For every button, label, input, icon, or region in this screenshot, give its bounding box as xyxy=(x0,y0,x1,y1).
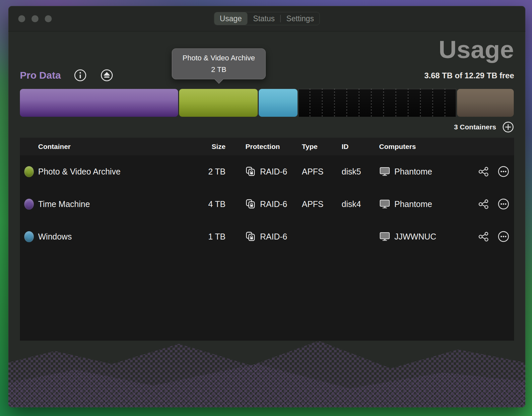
bar-segment-free-space[interactable] xyxy=(299,89,456,117)
tab-usage[interactable]: Usage xyxy=(214,12,247,25)
traffic-lights xyxy=(18,15,52,22)
containers-count: 3 Containers xyxy=(454,123,496,131)
free-space-summary: 3.68 TB of 12.29 TB free xyxy=(424,71,514,80)
container-name: Time Machine xyxy=(38,199,191,209)
view-switcher: Usage Status Settings xyxy=(214,12,320,25)
share-button[interactable] xyxy=(478,231,490,243)
tooltip-size: 2 TB xyxy=(211,65,226,74)
close-window-button[interactable] xyxy=(18,15,25,22)
table-row-photo-video-archive[interactable]: Photo & Video Archive 2 TB RAID-6 APFS d… xyxy=(20,155,514,188)
container-type: APFS xyxy=(302,199,342,209)
raid-lock-icon xyxy=(245,166,256,177)
zoom-window-button[interactable] xyxy=(45,15,52,22)
container-type: APFS xyxy=(302,167,342,176)
container-id: disk5 xyxy=(342,167,379,176)
info-icon xyxy=(74,69,87,82)
container-name: Photo & Video Archive xyxy=(38,167,191,176)
container-color-dot xyxy=(24,231,34,242)
col-computers: Computers xyxy=(379,143,464,151)
add-container-button[interactable] xyxy=(502,121,514,133)
col-type: Type xyxy=(302,143,342,151)
ellipsis-icon xyxy=(498,198,509,210)
volume-row: Pro Data xyxy=(20,68,126,83)
monitor-icon xyxy=(379,167,390,176)
ellipsis-icon xyxy=(498,231,509,243)
share-icon xyxy=(478,231,490,243)
container-size: 4 TB xyxy=(191,199,226,209)
page-title: Usage xyxy=(438,35,514,64)
container-id: disk4 xyxy=(342,199,379,209)
table-row-time-machine[interactable]: Time Machine 4 TB RAID-6 APFS disk4 xyxy=(20,188,514,220)
segment-tooltip: Photo & Video Archive 2 TB xyxy=(172,48,266,79)
bar-segment-time-machine[interactable] xyxy=(20,89,178,117)
share-icon xyxy=(478,198,490,210)
volume-name: Pro Data xyxy=(20,70,61,81)
table-row-windows[interactable]: Windows 1 TB RAID-6 xyxy=(20,220,514,253)
protection-level: RAID-6 xyxy=(260,199,287,209)
container-name: Windows xyxy=(38,232,191,242)
tab-settings[interactable]: Settings xyxy=(281,12,319,25)
tooltip-title: Photo & Video Archive xyxy=(182,54,255,62)
ellipsis-icon xyxy=(498,166,509,177)
usage-bar xyxy=(20,89,514,117)
share-button[interactable] xyxy=(478,166,490,177)
eject-icon xyxy=(100,69,113,82)
computer-name: JJWWNUC xyxy=(394,232,436,242)
col-size: Size xyxy=(191,143,226,151)
container-color-dot xyxy=(24,199,34,210)
monitor-icon xyxy=(379,232,390,242)
containers-row: 3 Containers xyxy=(454,121,514,133)
table-header: Container Size Protection Type ID Comput… xyxy=(20,138,514,155)
bar-segment-other[interactable] xyxy=(457,89,514,117)
title-bar: Usage Status Settings xyxy=(8,6,525,32)
col-protection: Protection xyxy=(245,143,302,151)
raid-lock-icon xyxy=(245,199,256,209)
monitor-icon xyxy=(379,199,390,209)
more-options-button[interactable] xyxy=(498,166,509,177)
protection-level: RAID-6 xyxy=(260,167,287,176)
computer-name: Phantome xyxy=(394,167,432,176)
decorative-mosaic-wave xyxy=(8,335,525,407)
share-button[interactable] xyxy=(478,198,490,210)
container-size: 1 TB xyxy=(191,232,226,242)
computer-name: Phantome xyxy=(394,199,432,209)
more-options-button[interactable] xyxy=(498,198,509,210)
app-window: Usage Status Settings Usage 3.68 TB of 1… xyxy=(8,6,525,407)
container-size: 2 TB xyxy=(191,167,226,176)
container-color-dot xyxy=(24,166,34,177)
protection-level: RAID-6 xyxy=(260,232,287,242)
tab-status[interactable]: Status xyxy=(247,12,280,25)
eject-button[interactable] xyxy=(100,68,114,82)
minimize-window-button[interactable] xyxy=(32,15,38,22)
col-id: ID xyxy=(342,143,379,151)
bar-segment-windows[interactable] xyxy=(259,89,298,117)
containers-table: Container Size Protection Type ID Comput… xyxy=(20,138,514,341)
bar-segment-photo-video-archive[interactable] xyxy=(179,89,258,117)
plus-icon xyxy=(502,121,514,133)
more-options-button[interactable] xyxy=(498,231,509,243)
share-icon xyxy=(478,166,490,177)
col-container: Container xyxy=(38,143,191,151)
info-button[interactable] xyxy=(73,68,87,82)
raid-lock-icon xyxy=(245,231,256,242)
